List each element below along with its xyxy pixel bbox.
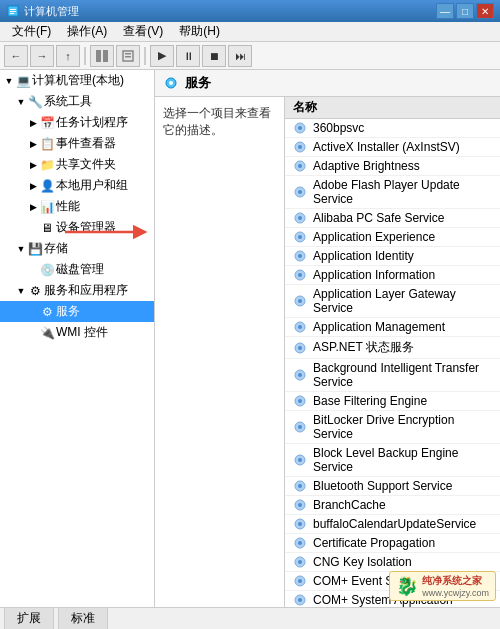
device-icon: 🖥 [40,221,54,235]
menu-help[interactable]: 帮助(H) [171,21,228,42]
system-tools-icon: 🔧 [28,95,42,109]
event-expand: ▶ [28,139,38,149]
event-icon: 📋 [40,137,54,151]
tree-wmi[interactable]: 🔌 WMI 控件 [0,322,154,343]
service-name: Application Experience [313,230,435,244]
menu-bar: 文件(F) 操作(A) 查看(V) 帮助(H) [0,22,500,42]
show-hide-button[interactable] [90,45,114,67]
disk-icon: 💿 [40,263,54,277]
tree-root[interactable]: ▼ 💻 计算机管理(本地) [0,70,154,91]
service-icon [293,249,307,263]
svg-rect-1 [10,9,16,10]
menu-action[interactable]: 操作(A) [59,21,115,42]
svg-point-12 [298,126,302,130]
toolbar-separator-1 [84,47,86,65]
service-item[interactable]: ActiveX Installer (AxInstSV) [285,138,500,157]
service-item[interactable]: Application Experience [285,228,500,247]
tree-task-scheduler[interactable]: ▶ 📅 任务计划程序 [0,112,154,133]
stop-button[interactable]: ⏹ [202,45,226,67]
service-item[interactable]: Alibaba PC Safe Service [285,209,500,228]
svc-icon: ⚙ [40,305,54,319]
left-panel: ▼ 💻 计算机管理(本地) ▼ 🔧 系统工具 ▶ 📅 任务计划程序 ▶ 📋 事件… [0,70,155,607]
service-name: Application Layer Gateway Service [313,287,492,315]
standard-tab[interactable]: 标准 [58,607,108,629]
wmi-icon: 🔌 [40,326,54,340]
perf-icon: 📊 [40,200,54,214]
watermark-url: www.ycwjzy.com [422,588,489,598]
service-item[interactable]: Application Information [285,266,500,285]
service-item[interactable]: Block Level Backup Engine Service [285,444,500,477]
svg-point-48 [298,541,302,545]
up-button[interactable]: ↑ [56,45,80,67]
service-item[interactable]: Application Management [285,318,500,337]
service-item[interactable]: Adobe Flash Player Update Service [285,176,500,209]
minimize-button[interactable]: — [436,3,454,19]
service-item[interactable]: BitLocker Drive Encryption Service [285,411,500,444]
svg-point-52 [298,579,302,583]
service-item[interactable]: BranchCache [285,496,500,515]
pause-button[interactable]: ⏸ [176,45,200,67]
services-header-icon [163,75,179,91]
svg-rect-5 [103,50,108,62]
svg-rect-3 [10,13,14,14]
tree-storage[interactable]: ▼ 💾 存储 [0,238,154,259]
forward-button[interactable]: → [30,45,54,67]
service-item[interactable]: CNG Key Isolation [285,553,500,572]
title-bar-buttons: — □ ✕ [436,3,494,19]
restart-button[interactable]: ⏭ [228,45,252,67]
tree-local-users[interactable]: ▶ 👤 本地用户和组 [0,175,154,196]
tree-services-apps[interactable]: ▼ ⚙ 服务和应用程序 [0,280,154,301]
expand-tab[interactable]: 扩展 [4,607,54,629]
system-tools-expand: ▼ [16,97,26,107]
service-item[interactable]: ASP.NET 状态服务 [285,337,500,359]
tree-disk-mgmt[interactable]: 💿 磁盘管理 [0,259,154,280]
svg-point-42 [298,484,302,488]
users-icon: 👤 [40,179,54,193]
services-container: 360bpsvc ActiveX Installer (AxInstSV) Ad… [285,119,500,607]
tree-event-viewer[interactable]: ▶ 📋 事件查看器 [0,133,154,154]
maximize-button[interactable]: □ [456,3,474,19]
back-button[interactable]: ← [4,45,28,67]
svcapp-icon: ⚙ [28,284,42,298]
menu-view[interactable]: 查看(V) [115,21,171,42]
tree-shared-folders[interactable]: ▶ 📁 共享文件夹 [0,154,154,175]
service-item[interactable]: buffaloCalendarUpdateService [285,515,500,534]
tree-services[interactable]: ⚙ 服务 [0,301,154,322]
computer-icon: 💻 [16,74,30,88]
root-expand-icon: ▼ [4,76,14,86]
services-list-panel[interactable]: 名称 360bpsvc ActiveX Installer (AxInstSV)… [285,97,500,607]
service-icon [293,320,307,334]
properties-button[interactable] [116,45,140,67]
tree-system-tools[interactable]: ▼ 🔧 系统工具 [0,91,154,112]
service-item[interactable]: Certificate Propagation [285,534,500,553]
svg-point-46 [298,522,302,526]
svc-expand [28,307,38,317]
play-button[interactable]: ▶ [150,45,174,67]
title-bar-text: 计算机管理 [24,4,79,19]
toolbar: ← → ↑ ▶ ⏸ ⏹ ⏭ [0,42,500,70]
status-bar: 扩展 标准 [0,607,500,629]
close-button[interactable]: ✕ [476,3,494,19]
menu-file[interactable]: 文件(F) [4,21,59,42]
service-name: Application Identity [313,249,414,263]
service-name: Application Information [313,268,435,282]
svg-point-34 [298,373,302,377]
service-icon [293,479,307,493]
service-item[interactable]: Base Filtering Engine [285,392,500,411]
service-item[interactable]: Application Identity [285,247,500,266]
svg-rect-8 [125,56,131,58]
service-name: Adobe Flash Player Update Service [313,178,492,206]
service-item[interactable]: Adaptive Brightness [285,157,500,176]
service-item[interactable]: Application Layer Gateway Service [285,285,500,318]
service-name: Bluetooth Support Service [313,479,452,493]
tree-device-manager[interactable]: 🖥 设备管理器 [0,217,154,238]
service-name: Background Intelligent Transfer Service [313,361,492,389]
svg-rect-2 [10,11,16,12]
service-item[interactable]: Background Intelligent Transfer Service [285,359,500,392]
svg-point-50 [298,560,302,564]
right-header: 服务 [155,70,500,97]
service-item[interactable]: 360bpsvc [285,119,500,138]
right-panel: 服务 选择一个项目来查看它的描述。 名称 360bpsvc ActiveX In… [155,70,500,607]
tree-performance[interactable]: ▶ 📊 性能 [0,196,154,217]
service-item[interactable]: Bluetooth Support Service [285,477,500,496]
